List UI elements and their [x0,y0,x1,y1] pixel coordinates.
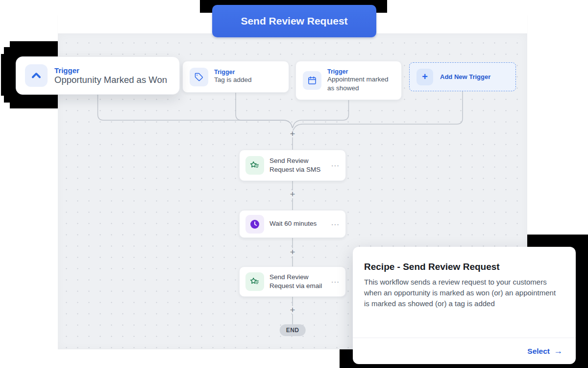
ellipsis-menu-icon[interactable]: ... [331,161,340,169]
trigger-title: Appointment marked as showed [327,75,394,93]
select-label: Select [527,347,550,356]
add-step-button-2[interactable]: + [288,189,297,199]
plus-icon: + [416,69,433,85]
trigger-card-appointment-showed[interactable]: Trigger Appointment marked as showed [295,61,402,100]
select-button[interactable]: Select → [527,346,563,356]
trigger-title: Opportunity Marked as Won [54,75,167,85]
tag-icon [190,68,208,86]
review-star-icon [245,156,264,175]
add-step-button-1[interactable]: + [288,129,297,139]
recipe-panel: Recipe - Send Review Request This workfl… [353,247,576,364]
trigger-card-tag-added[interactable]: Trigger Tag is added [182,61,289,93]
action-title: Send Review Request via SMS [270,157,326,174]
decor-black-blob-trigger-step2 [1,54,6,96]
recipe-footer: Select → [353,338,576,364]
ellipsis-menu-icon[interactable]: ... [331,220,340,228]
arrow-right-icon: → [554,346,563,356]
add-step-button-4[interactable]: + [288,305,297,315]
send-review-request-button[interactable]: Send Review Request [212,5,376,37]
chevron-up-icon [25,64,48,87]
add-step-button-3[interactable]: + [288,247,297,257]
trigger-label: Trigger [54,66,167,75]
add-new-trigger-label: Add New Trigger [440,73,490,80]
workflow-recipe-screenshot: + + + + Trigger Opportunity Marked as Wo… [0,0,588,368]
trigger-label: Trigger [327,68,394,75]
review-star-icon [245,272,264,291]
recipe-description: This workflow sends a review request to … [364,277,562,310]
clock-icon [245,215,264,234]
ellipsis-menu-icon[interactable]: ... [331,278,340,286]
trigger-card-opportunity-won[interactable]: Trigger Opportunity Marked as Won [16,56,180,95]
add-new-trigger-button[interactable]: + Add New Trigger [409,62,516,91]
action-card-send-sms[interactable]: Send Review Request via SMS ... [239,150,346,181]
action-card-send-email[interactable]: Send Review Request via email ... [239,266,346,297]
recipe-title: Recipe - Send Review Request [364,262,564,272]
action-title: Wait 60 minutes [270,219,326,228]
end-node: END [280,324,306,336]
action-card-wait[interactable]: Wait 60 minutes ... [239,210,346,238]
trigger-label: Trigger [214,69,252,76]
trigger-title: Tag is added [214,76,252,84]
action-title: Send Review Request via email [270,273,326,290]
calendar-icon [303,71,321,90]
